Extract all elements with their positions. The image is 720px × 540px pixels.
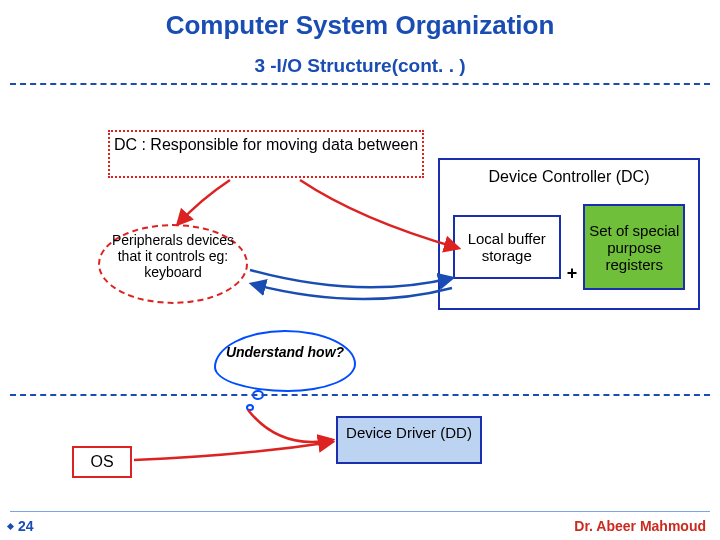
divider-footer [10, 511, 710, 512]
registers-box: Set of special purpose registers [583, 204, 685, 290]
plus-sign: + [567, 263, 578, 284]
slide-subtitle: 3 -I/O Structure(cont. . ) [0, 55, 720, 77]
author-name: Dr. Abeer Mahmoud [574, 518, 706, 534]
dc-components-row: Local buffer storage + Set of special pu… [448, 204, 690, 290]
os-box: OS [72, 446, 132, 478]
page-number: 24 [18, 518, 34, 534]
divider-top [10, 83, 710, 85]
understand-cloud: Understand how? [220, 336, 350, 386]
cloud-bubble-icon [246, 404, 254, 411]
device-controller-label: Device Controller (DC) [448, 168, 690, 186]
device-driver-box: Device Driver (DD) [336, 416, 482, 464]
device-controller-box: Device Controller (DC) Local buffer stor… [438, 158, 700, 310]
local-buffer-box: Local buffer storage [453, 215, 561, 279]
slide-title: Computer System Organization [0, 0, 720, 41]
peripherals-oval: Peripherals devices that it controls eg:… [98, 224, 248, 304]
dc-definition-box: DC : Responsible for moving data between [108, 130, 424, 178]
divider-middle [10, 394, 710, 396]
